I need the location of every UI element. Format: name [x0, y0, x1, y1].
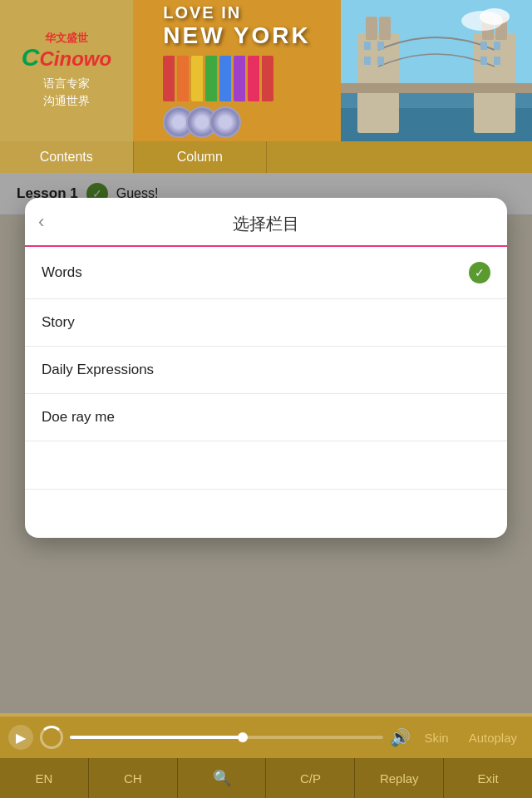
loader-circle	[40, 726, 63, 749]
volume-icon[interactable]: 🔊	[390, 727, 411, 747]
modal-item-words-check: ✓	[469, 262, 490, 283]
modal-title: 选择栏目	[42, 213, 490, 235]
header-tagline: 语言专家 沟通世界	[43, 75, 90, 110]
svg-rect-11	[377, 42, 384, 50]
svg-rect-5	[379, 17, 391, 40]
bridge-image	[341, 0, 532, 141]
nav-tabs: Contents Column	[0, 141, 532, 173]
logo-brand-text: Cinowo	[40, 47, 112, 70]
banner-line1: LOVE IN	[163, 3, 311, 22]
main-content: Lesson 1 ✓ Guess! ‹ 选择栏目 Words ✓ Story D…	[0, 173, 532, 713]
logo-brand: CCinowo	[22, 45, 111, 70]
tab-contents[interactable]: Contents	[0, 141, 134, 173]
player-bar: ▶ 🔊 Skin Autoplay	[0, 717, 532, 758]
disc-decoration	[163, 106, 311, 138]
modal-item-daily-label: Daily Expressions	[42, 362, 154, 378]
progress-fill	[70, 736, 243, 739]
svg-rect-14	[480, 42, 487, 50]
svg-rect-10	[364, 42, 371, 50]
svg-rect-17	[494, 57, 500, 65]
modal-header: ‹ 选择栏目	[25, 198, 507, 247]
modal-item-doe-label: Doe ray me	[42, 409, 115, 426]
search-icon: 🔍	[213, 769, 231, 787]
header: 华文盛世 CCinowo 语言专家 沟通世界 LOVE IN NEW YORK	[0, 0, 532, 141]
bottom-nav-search[interactable]: 🔍	[178, 758, 267, 798]
bottom-nav-replay[interactable]: Replay	[355, 758, 444, 798]
header-banner: LOVE IN NEW YORK	[133, 0, 341, 141]
modal-empty-2	[25, 490, 507, 538]
svg-rect-15	[494, 42, 500, 50]
modal-item-words-label: Words	[42, 264, 82, 281]
svg-rect-9	[341, 83, 532, 93]
header-image	[341, 0, 532, 141]
modal-empty-1	[25, 441, 507, 490]
play-button[interactable]: ▶	[8, 725, 33, 750]
skin-button[interactable]: Skin	[417, 727, 455, 748]
modal-item-story-label: Story	[42, 314, 75, 331]
bottom-nav: EN CH 🔍 C/P Replay Exit	[0, 758, 532, 798]
progress-bar[interactable]	[70, 736, 383, 739]
header-logo: 华文盛世 CCinowo 语言专家 沟通世界	[0, 0, 133, 141]
modal-dialog: ‹ 选择栏目 Words ✓ Story Daily Expressions D…	[25, 198, 507, 538]
bottom-nav-exit[interactable]: Exit	[444, 758, 532, 798]
play-icon: ▶	[16, 730, 26, 746]
modal-item-doe[interactable]: Doe ray me	[25, 394, 507, 441]
books-decoration	[163, 56, 311, 101]
bottom-nav-ch[interactable]: CH	[89, 758, 178, 798]
bottom-nav-en[interactable]: EN	[0, 758, 89, 798]
bottom-nav-cp[interactable]: C/P	[266, 758, 355, 798]
svg-rect-16	[480, 57, 487, 65]
modal-item-words[interactable]: Words ✓	[25, 247, 507, 299]
banner-line2: NEW YORK	[163, 22, 311, 49]
autoplay-button[interactable]: Autoplay	[462, 727, 524, 748]
svg-rect-13	[377, 57, 384, 65]
tab-column[interactable]: Column	[134, 141, 268, 173]
svg-rect-12	[364, 57, 371, 65]
progress-thumb	[238, 732, 248, 742]
modal-item-story[interactable]: Story	[25, 299, 507, 347]
modal-back-button[interactable]: ‹	[38, 211, 44, 233]
svg-point-19	[480, 8, 510, 25]
logo-chinese: 华文盛世	[45, 32, 88, 45]
svg-rect-4	[366, 17, 377, 40]
modal-item-daily[interactable]: Daily Expressions	[25, 347, 507, 394]
